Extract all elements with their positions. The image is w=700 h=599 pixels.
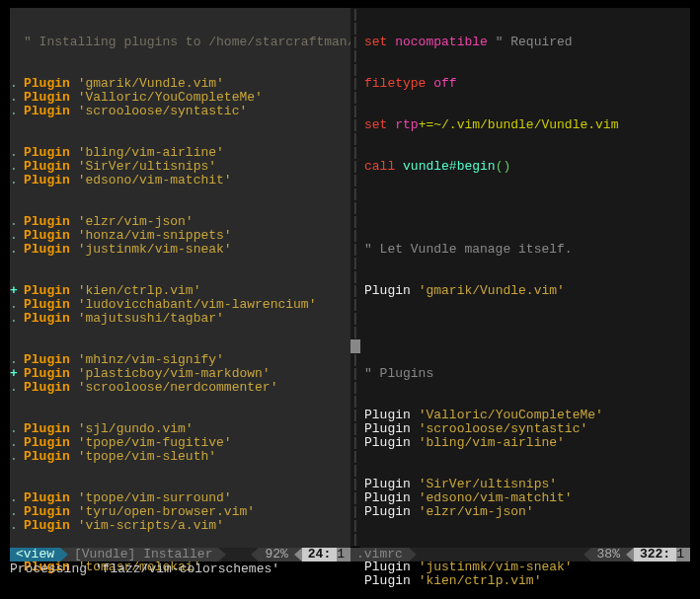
plugin-kw: Plugin xyxy=(24,173,70,187)
plugin-name: 'justinmk/vim-sneak' xyxy=(419,560,573,574)
plugin-name: 'majutsushi/tagbar' xyxy=(78,311,224,326)
plugin-kw: Plugin xyxy=(24,366,70,381)
plugin-kw: Plugin xyxy=(24,104,70,118)
statusline: <view [Vundle] Installer 92% 24: 1 .vimr… xyxy=(10,548,690,562)
arrow-icon xyxy=(251,548,259,562)
plugin-kw: Plugin xyxy=(364,408,411,422)
plugin-kw: Plugin xyxy=(24,490,70,505)
plugin-kw: Plugin xyxy=(24,159,70,174)
plugin-name: 'tpope/vim-surround' xyxy=(78,490,232,505)
plugin-name: 'Valloric/YouCompleteMe' xyxy=(419,408,603,422)
right-pane[interactable]: set nocompatible " Required filetype off… xyxy=(360,8,690,548)
plugin-kw: Plugin xyxy=(364,421,411,436)
col-segment: 1 xyxy=(676,548,690,562)
plugin-name: 'elzr/vim-json' xyxy=(78,214,194,229)
plugin-kw: Plugin xyxy=(24,435,70,450)
plugin-name: 'elzr/vim-json' xyxy=(419,504,534,519)
plugin-name: 'scrooloose/syntastic' xyxy=(419,421,588,436)
plugin-name: 'justinmk/vim-sneak' xyxy=(78,242,232,257)
arrow-icon xyxy=(626,548,634,562)
plugin-kw: Plugin xyxy=(24,504,70,519)
filename-segment: .vimrc xyxy=(350,548,409,562)
plugin-name: 'bling/vim-airline' xyxy=(78,145,224,160)
plugin-kw: Plugin xyxy=(24,214,70,229)
plugin-kw: Plugin xyxy=(364,560,411,574)
buffer-name: [Vundle] Installer xyxy=(68,548,218,562)
plugin-kw: Plugin xyxy=(24,380,70,395)
arrow-icon xyxy=(409,548,417,562)
plugin-name: 'edsono/vim-matchit' xyxy=(78,173,232,187)
plugin-kw: Plugin xyxy=(24,421,70,436)
plugin-kw: Plugin xyxy=(24,518,70,533)
plugin-kw: Plugin xyxy=(24,311,70,326)
plugin-name: 'vim-scripts/a.vim' xyxy=(78,518,224,533)
plugin-kw: Plugin xyxy=(364,573,411,588)
statusline-right: .vimrc 38% 322: 1 xyxy=(350,548,690,562)
plugin-name: 'plasticboy/vim-markdown' xyxy=(78,366,271,381)
percent-segment: 92% xyxy=(259,548,293,562)
plugin-name: 'tpope/vim-sleuth' xyxy=(78,449,216,464)
plugin-kw: Plugin xyxy=(364,477,411,491)
editor: " Installing plugins to /home/starcraftm… xyxy=(10,8,690,548)
plugin-kw: Plugin xyxy=(24,76,70,91)
plugin-name: 'kien/ctrlp.vim' xyxy=(78,283,201,298)
plugin-kw: Plugin xyxy=(24,90,70,105)
plugin-kw: Plugin xyxy=(24,242,70,257)
plugin-name: 'ludovicchabant/vim-lawrencium' xyxy=(78,297,317,312)
plugin-name: 'tpope/vim-fugitive' xyxy=(78,435,232,450)
col-segment: 1 xyxy=(337,548,350,562)
plugin-name: 'honza/vim-snippets' xyxy=(78,228,232,243)
plugin-name: 'mhinz/vim-signify' xyxy=(78,352,224,367)
plugin-kw: Plugin xyxy=(364,435,411,450)
plugin-name: 'SirVer/ultisnips' xyxy=(78,159,216,174)
comment: " Let Vundle manage itself. xyxy=(364,242,573,257)
line-segment: 322: xyxy=(634,548,676,562)
set-kw: set xyxy=(364,35,387,49)
plugin-kw: Plugin xyxy=(24,145,70,160)
left-pane[interactable]: " Installing plugins to /home/starcraftm… xyxy=(10,8,350,548)
arrow-icon xyxy=(60,548,68,562)
plugin-kw: Plugin xyxy=(24,228,70,243)
plugin-kw: Plugin xyxy=(364,504,411,519)
arrow-icon xyxy=(583,548,591,562)
plugin-name: 'kien/ctrlp.vim' xyxy=(419,573,542,588)
arrow-icon xyxy=(218,548,226,562)
plugin-name: 'tyru/open-browser.vim' xyxy=(78,504,255,519)
vertical-split[interactable]: ||||||||||||||||||||||||||||||||||||||| xyxy=(350,8,360,548)
plugin-name: 'scrooloose/nerdcommenter' xyxy=(78,380,278,395)
plugin-name: 'gmarik/Vundle.vim' xyxy=(78,76,224,91)
plugin-name: 'SirVer/ultisnips' xyxy=(419,477,557,491)
plugin-name: 'sjl/gundo.vim' xyxy=(78,421,194,436)
line-segment: 24: xyxy=(302,548,337,562)
filetype-kw: filetype xyxy=(364,76,426,91)
plugin-kw: Plugin xyxy=(24,352,70,367)
plugin-kw: Plugin xyxy=(24,449,70,464)
plugin-name: 'scrooloose/syntastic' xyxy=(78,104,248,118)
plugin-name: 'bling/vim-airline' xyxy=(419,435,565,450)
plugin-kw: Plugin xyxy=(24,297,70,312)
plugin-name: 'edsono/vim-matchit' xyxy=(419,490,573,505)
mode-segment: <view xyxy=(10,548,60,562)
percent-segment: 38% xyxy=(591,548,626,562)
statusline-left: <view [Vundle] Installer 92% 24: 1 xyxy=(10,548,350,562)
plugin-kw: Plugin xyxy=(364,490,411,505)
arrow-icon xyxy=(294,548,302,562)
call-kw: call xyxy=(364,159,395,174)
plugin-kw: Plugin xyxy=(24,283,70,298)
plugin-name: 'Valloric/YouCompleteMe' xyxy=(78,90,263,105)
